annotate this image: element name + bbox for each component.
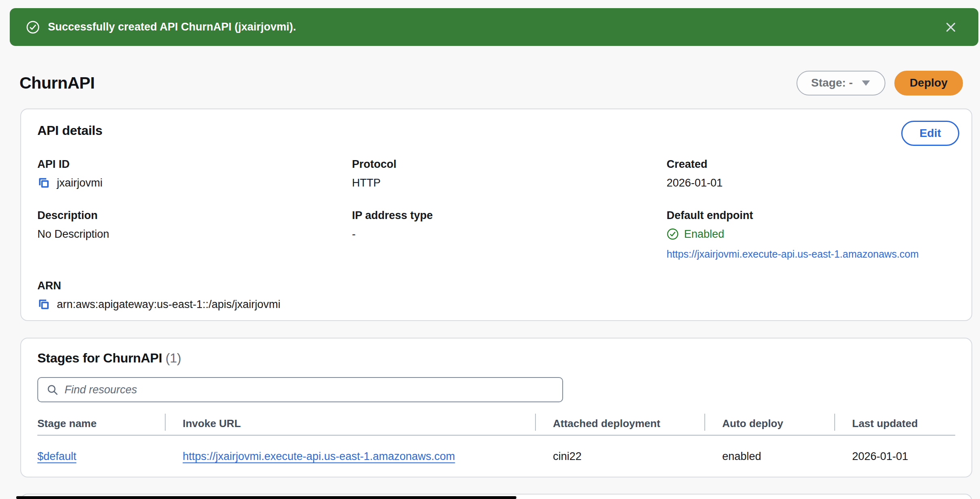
stage-selector-button[interactable]: Stage: - [797, 71, 885, 95]
enabled-check-icon [667, 228, 679, 240]
page-header: ChurnAPI Stage: - Deploy [19, 68, 963, 98]
field-label: ARN [37, 279, 352, 293]
field-label: API ID [37, 157, 352, 171]
api-details-card: API details Edit API ID jxairjovmi Prot [20, 108, 972, 321]
stages-heading: Stages for ChurnAPI (1) [37, 351, 955, 366]
stages-search-box [37, 377, 563, 402]
field-arn: ARN arn:aws:apigateway:us-east-1::/apis/… [37, 279, 352, 311]
field-protocol: Protocol HTTP [352, 157, 667, 190]
table-header-row: Stage name Invoke URL Attached deploymen… [37, 412, 955, 436]
field-label: Description [37, 208, 352, 222]
field-description: Description No Description [37, 208, 352, 260]
field-label: IP address type [352, 208, 667, 222]
stage-name-cell: $default [37, 436, 165, 469]
stage-name-link[interactable]: $default [37, 450, 76, 462]
column-header-auto-deploy: Auto deploy [704, 412, 834, 435]
copy-icon [37, 298, 50, 311]
column-header-attached-deployment: Attached deployment [535, 412, 704, 435]
ip-address-type-value: - [352, 227, 356, 241]
header-actions: Stage: - Deploy [797, 71, 963, 95]
arn-value: arn:aws:apigateway:us-east-1::/apis/jxai… [57, 297, 281, 311]
chevron-down-icon [861, 79, 871, 87]
close-icon [944, 21, 957, 34]
endpoint-status: Enabled [684, 227, 724, 241]
invoke-url-link[interactable]: https://jxairjovmi.execute-api.us-east-1… [183, 450, 455, 462]
page-title: ChurnAPI [19, 74, 95, 93]
stages-card: Stages for ChurnAPI (1) Stage name Invok… [20, 338, 972, 477]
banner-close-button[interactable] [942, 18, 960, 36]
banner-message: Successfully created API ChurnAPI (jxair… [48, 21, 934, 33]
field-created: Created 2026-01-01 [667, 157, 955, 190]
search-input[interactable] [65, 384, 554, 396]
bottom-dark-strip [16, 496, 516, 499]
stages-count: (1) [166, 351, 181, 365]
default-endpoint-link[interactable]: https://jxairjovmi.execute-api.us-east-1… [667, 248, 955, 260]
success-check-icon [26, 20, 40, 34]
stage-selector-label: Stage: - [811, 76, 853, 89]
auto-deploy-cell: enabled [704, 436, 834, 469]
copy-arn-button[interactable] [37, 298, 50, 311]
deploy-button[interactable]: Deploy [894, 71, 963, 95]
copy-icon [37, 176, 50, 189]
api-details-heading: API details [37, 123, 102, 138]
description-value: No Description [37, 227, 109, 241]
protocol-value: HTTP [352, 176, 381, 190]
stages-table: Stage name Invoke URL Attached deploymen… [37, 412, 955, 469]
field-label: Default endpoint [667, 208, 955, 222]
success-banner: Successfully created API ChurnAPI (jxair… [10, 8, 978, 46]
search-icon [46, 384, 58, 396]
table-row: $default https://jxairjovmi.execute-api.… [37, 436, 955, 469]
column-header-stage-name: Stage name [37, 412, 165, 435]
field-default-endpoint: Default endpoint Enabled https://jxairjo… [667, 208, 955, 260]
edit-button[interactable]: Edit [901, 121, 959, 146]
api-details-grid: API ID jxairjovmi Protocol HTTP Created [37, 157, 955, 311]
copy-api-id-button[interactable] [37, 176, 50, 189]
created-value: 2026-01-01 [667, 176, 723, 190]
stages-heading-text: Stages for ChurnAPI [37, 351, 162, 365]
column-header-last-updated: Last updated [834, 412, 955, 435]
field-ip-address-type: IP address type - [352, 208, 667, 260]
attached-deployment-cell: cini22 [535, 436, 704, 469]
field-api-id: API ID jxairjovmi [37, 157, 352, 190]
field-label: Created [667, 157, 955, 171]
invoke-url-cell: https://jxairjovmi.execute-api.us-east-1… [165, 436, 535, 469]
column-header-invoke-url: Invoke URL [165, 412, 535, 435]
api-id-value: jxairjovmi [57, 176, 103, 190]
field-label: Protocol [352, 157, 667, 171]
last-updated-cell: 2026-01-01 [834, 436, 955, 469]
